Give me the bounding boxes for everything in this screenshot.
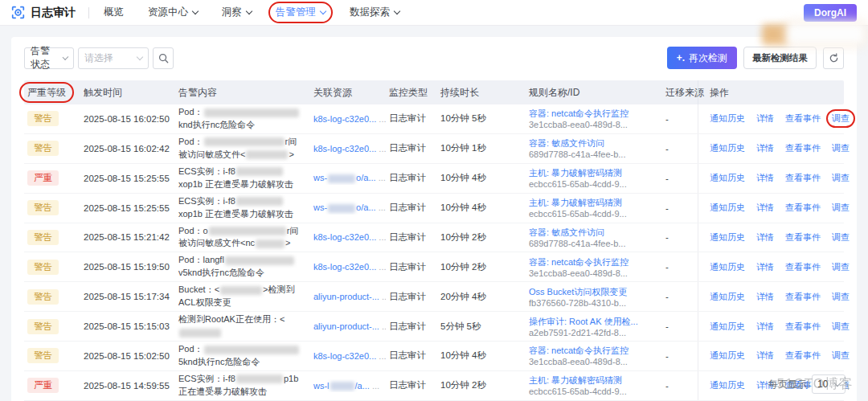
redacted-text xyxy=(328,174,355,183)
op-调查[interactable]: 调查 xyxy=(832,113,850,125)
op-详情[interactable]: 详情 xyxy=(756,350,774,362)
op-通知历史[interactable]: 通知历史 xyxy=(710,231,745,243)
op-通知历史[interactable]: 通知历史 xyxy=(710,113,745,125)
resource-link[interactable]: k8s-log-c32e0... xyxy=(313,232,376,242)
rule-name-link[interactable]: 容器: netcat命令执行监控 xyxy=(529,345,659,357)
resource-link[interactable]: /a... xyxy=(355,381,370,391)
resource-link[interactable]: aliyun-product-... xyxy=(313,321,379,331)
op-查看事件[interactable]: 查看事件 xyxy=(785,172,821,184)
op-详情[interactable]: 详情 xyxy=(756,202,774,214)
text-segment: xop1b 正在遭受暴力破解攻击 xyxy=(178,209,293,219)
text-segment: ... xyxy=(376,173,386,182)
cell-migration-source: - xyxy=(662,113,698,125)
redacted-text xyxy=(204,108,299,117)
op-通知历史[interactable]: 通知历史 xyxy=(710,291,745,303)
filter-placeholder: 请选择 xyxy=(84,51,113,65)
resource-link[interactable]: k8s-log-c32e0... xyxy=(313,262,376,272)
nav-item-资源中心[interactable]: 资源中心 xyxy=(148,6,198,19)
op-调查[interactable]: 调查 xyxy=(832,231,850,243)
op-调查[interactable]: 调查 xyxy=(832,291,850,303)
op-详情[interactable]: 详情 xyxy=(756,231,774,243)
rule-name-link[interactable]: 容器: netcat命令执行监控 xyxy=(529,256,659,268)
op-查看事件[interactable]: 查看事件 xyxy=(785,261,821,273)
cell-trigger-time: 2025-08-15 16:02:50 xyxy=(80,113,175,125)
resource-link[interactable]: ws- xyxy=(313,173,327,182)
resource-link[interactable]: ws-l xyxy=(313,381,330,391)
op-调查[interactable]: 调查 xyxy=(832,172,850,184)
rule-name-link[interactable]: 主机: 暴力破解密码猜测 xyxy=(529,197,659,209)
rule-name-link[interactable]: 容器: netcat命令执行监控 xyxy=(529,108,659,120)
op-调查[interactable]: 调查 xyxy=(832,321,850,333)
op-查看事件[interactable]: 查看事件 xyxy=(785,321,821,333)
cell-monitor-type: 日志审计 xyxy=(386,141,437,156)
op-查看事件[interactable]: 查看事件 xyxy=(785,202,821,214)
op-详情[interactable]: 详情 xyxy=(756,291,774,303)
op-详情[interactable]: 详情 xyxy=(756,321,774,333)
op-通知历史[interactable]: 通知历史 xyxy=(710,261,745,273)
op-通知历史[interactable]: 通知历史 xyxy=(710,321,745,333)
op-通知历史[interactable]: 通知历史 xyxy=(710,172,745,184)
text-segment: Pod：o xyxy=(178,226,208,235)
cell-trigger-time: 2025-08-15 15:25:55 xyxy=(80,202,175,215)
cell-severity: 警告 xyxy=(24,109,80,128)
column-header-迁移来源: 迁移来源 xyxy=(662,86,698,100)
alert-status-select[interactable]: 告警状态 xyxy=(24,47,74,69)
rule-name-link[interactable]: 主机: 暴力破解密码猜测 xyxy=(529,167,659,179)
rule-name-link[interactable]: Oss Bucket访问权限变更 xyxy=(529,286,659,298)
rule-name-link[interactable]: 操作审计: Root AK 使用检... xyxy=(529,316,659,328)
rule-name-link[interactable]: 容器: 敏感文件访问 xyxy=(529,137,659,149)
op-查看事件[interactable]: 查看事件 xyxy=(785,231,821,243)
op-调查[interactable]: 调查 xyxy=(832,350,850,362)
refresh-button[interactable] xyxy=(823,47,844,69)
resource-link[interactable]: o/a... xyxy=(356,203,375,212)
nav-item-数据探索[interactable]: 数据探索 xyxy=(350,6,399,19)
resource-link[interactable]: aliyun-product-... xyxy=(313,292,379,301)
text-segment: Pod： xyxy=(178,107,203,117)
cell-severity: 警告 xyxy=(24,288,80,306)
chevron-down-icon xyxy=(63,54,69,60)
search-button[interactable] xyxy=(153,47,174,69)
per-page-select[interactable]: 10 xyxy=(812,374,845,394)
op-通知历史[interactable]: 通知历史 xyxy=(710,142,745,154)
op-查看事件[interactable]: 查看事件 xyxy=(785,142,821,154)
text-segment: ... xyxy=(376,114,386,124)
cell-trigger-time: 2025-08-15 14:59:55 xyxy=(80,379,175,392)
op-通知历史[interactable]: 通知历史 xyxy=(710,350,745,362)
dorgai-button[interactable]: DorgAI xyxy=(804,4,857,22)
op-查看事件[interactable]: 查看事件 xyxy=(785,350,821,362)
op-详情[interactable]: 详情 xyxy=(756,113,774,125)
cell-related-resource: k8s-log-c32e0... ... xyxy=(310,260,386,273)
resource-link[interactable]: o/a... xyxy=(356,173,375,182)
op-详情[interactable]: 详情 xyxy=(756,261,774,273)
recheck-button[interactable]: +. 再次检测 xyxy=(667,47,737,69)
cell-related-resource: ws-o/a... ... xyxy=(310,201,386,215)
cell-operations: 通知历史详情查看事件调查 xyxy=(698,223,844,252)
severity-badge: 警告 xyxy=(27,200,59,215)
resource-link[interactable]: k8s-log-c32e0... xyxy=(313,351,376,361)
op-通知历史[interactable]: 通知历史 xyxy=(710,379,745,391)
rule-name-link[interactable]: 主机: 暴力破解密码猜测 xyxy=(529,374,659,387)
nav-item-洞察[interactable]: 洞察 xyxy=(222,6,252,19)
op-调查[interactable]: 调查 xyxy=(832,261,850,273)
resource-link[interactable]: ws- xyxy=(313,203,327,212)
resource-link[interactable]: k8s-log-c32e0... xyxy=(313,144,376,153)
op-详情[interactable]: 详情 xyxy=(756,142,774,154)
nav-item-告警管理[interactable]: 告警管理 xyxy=(276,6,326,19)
cell-related-resource: aliyun-product-... ... xyxy=(310,320,386,333)
cell-monitor-type: 日志审计 xyxy=(386,260,437,275)
severity-badge: 警告 xyxy=(27,289,59,305)
cell-rule: 主机: 暴力破解密码猜测ecbcc615-65ab-4cdd-9... xyxy=(526,373,662,398)
op-通知历史[interactable]: 通知历史 xyxy=(710,202,745,214)
op-查看事件[interactable]: 查看事件 xyxy=(785,113,821,125)
resource-link[interactable]: k8s-log-c32e0... xyxy=(313,114,376,124)
filter-value-select[interactable]: 请选择 xyxy=(78,47,149,69)
op-详情[interactable]: 详情 xyxy=(756,172,774,184)
nav-item-概览[interactable]: 概览 xyxy=(104,6,124,19)
op-查看事件[interactable]: 查看事件 xyxy=(785,291,821,303)
rule-name-link[interactable]: 容器: 敏感文件访问 xyxy=(529,227,659,239)
text-segment: ... xyxy=(370,381,379,391)
op-调查[interactable]: 调查 xyxy=(832,142,850,154)
text-segment: ... xyxy=(376,144,386,153)
latest-results-button[interactable]: 最新检测结果 xyxy=(743,47,817,69)
op-调查[interactable]: 调查 xyxy=(832,202,850,214)
